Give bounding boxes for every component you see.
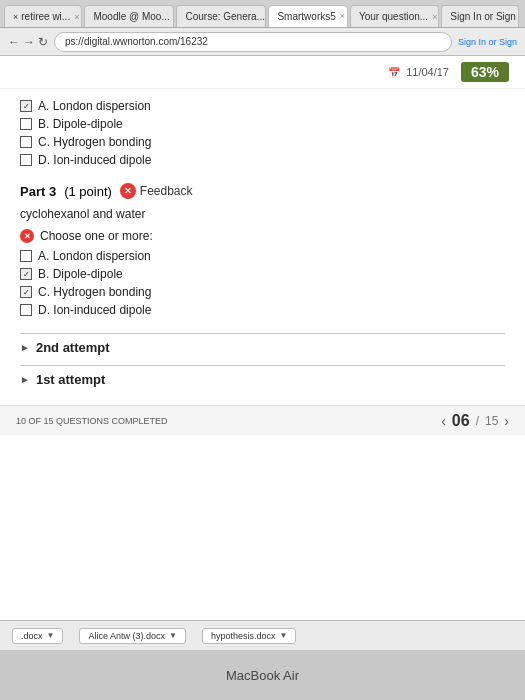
tab-label-retiree: retiree wi... bbox=[21, 11, 70, 22]
answer-item-a1: A. London dispersion bbox=[20, 99, 505, 113]
part3-answer-list: A. London dispersion B. Dipole-dipole C.… bbox=[20, 249, 505, 317]
page-total: 15 bbox=[485, 414, 498, 428]
next-page-button[interactable]: › bbox=[504, 413, 509, 429]
attempt-1st-arrow: ► bbox=[20, 374, 30, 385]
tab-label-smartworks: Smartworks5 bbox=[277, 11, 335, 22]
part3-title: Part 3 bbox=[20, 184, 56, 199]
part3-points: (1 point) bbox=[64, 184, 112, 199]
tab-label-question: Your question... bbox=[359, 11, 428, 22]
attempt-2nd[interactable]: ► 2nd attempt bbox=[20, 340, 505, 355]
feedback-x-icon: ✕ bbox=[120, 183, 136, 199]
checkbox-a2[interactable] bbox=[20, 118, 32, 130]
score-percent: 63% bbox=[461, 62, 509, 82]
answer-label-p3a: A. London dispersion bbox=[38, 249, 151, 263]
back-button[interactable]: ← bbox=[8, 35, 20, 49]
tab-label-signin: Sign In or Sign bbox=[450, 11, 516, 22]
prev-page-button[interactable]: ‹ bbox=[441, 413, 446, 429]
attempt-1st[interactable]: ► 1st attempt bbox=[20, 372, 505, 387]
answer-item-p3b: B. Dipole-dipole bbox=[20, 267, 505, 281]
questions-completed-text: 10 OF 15 QUESTIONS COMPLETED bbox=[16, 416, 168, 426]
tab-close-smartworks[interactable]: × bbox=[340, 11, 345, 21]
bottom-bar: 10 OF 15 QUESTIONS COMPLETED ‹ 06 / 15 › bbox=[0, 405, 525, 435]
answer-item-p3c: C. Hydrogen bonding bbox=[20, 285, 505, 299]
choose-instruction: ✕ Choose one or more: bbox=[20, 229, 505, 243]
answer-item-p3d: D. Ion-induced dipole bbox=[20, 303, 505, 317]
download-item-2[interactable]: Alice Antw (3).docx ▼ bbox=[79, 628, 185, 644]
checkbox-p3b[interactable] bbox=[20, 268, 32, 280]
forward-button[interactable]: → bbox=[23, 35, 35, 49]
divider-1 bbox=[20, 333, 505, 334]
attempt-1st-label: 1st attempt bbox=[36, 372, 105, 387]
tab-label-course: Course: Genera... bbox=[185, 11, 264, 22]
choose-x-icon: ✕ bbox=[20, 229, 34, 243]
answer-label-p3c: C. Hydrogen bonding bbox=[38, 285, 151, 299]
download-arrow-3: ▼ bbox=[279, 631, 287, 640]
content-area: A. London dispersion B. Dipole-dipole C.… bbox=[0, 89, 525, 405]
answer-item-a4: D. Ion-induced dipole bbox=[20, 153, 505, 167]
tab-close-retiree[interactable]: × bbox=[74, 12, 79, 22]
tab-moodle[interactable]: Moodle @ Moo... × bbox=[84, 5, 174, 27]
answer-item-a2: B. Dipole-dipole bbox=[20, 117, 505, 131]
answer-label-a4: D. Ion-induced dipole bbox=[38, 153, 151, 167]
answer-label-p3d: D. Ion-induced dipole bbox=[38, 303, 151, 317]
attempt-2nd-label: 2nd attempt bbox=[36, 340, 110, 355]
choose-label: Choose one or more: bbox=[40, 229, 153, 243]
tab-label-moodle: Moodle @ Moo... bbox=[93, 11, 169, 22]
tab-smartworks[interactable]: Smartworks5 × bbox=[268, 5, 348, 27]
checkbox-p3c[interactable] bbox=[20, 286, 32, 298]
checkbox-p3d[interactable] bbox=[20, 304, 32, 316]
browser-tabs: × retiree wi... × Moodle @ Moo... × Cour… bbox=[0, 0, 525, 28]
tab-question[interactable]: Your question... × bbox=[350, 5, 439, 27]
address-bar: ← → ↻ ps://digital.wwnorton.com/16232 Si… bbox=[0, 28, 525, 56]
answer-label-a2: B. Dipole-dipole bbox=[38, 117, 123, 131]
reload-button[interactable]: ↻ bbox=[38, 35, 48, 49]
tab-close-moodle[interactable]: × bbox=[174, 12, 175, 22]
answer-label-a1: A. London dispersion bbox=[38, 99, 151, 113]
macbook-footer: MacBook Air bbox=[0, 650, 525, 700]
checkbox-p3a[interactable] bbox=[20, 250, 32, 262]
answer-label-p3b: B. Dipole-dipole bbox=[38, 267, 123, 281]
page-separator: / bbox=[476, 414, 479, 428]
answer-label-a3: C. Hydrogen bonding bbox=[38, 135, 151, 149]
download-label-3: hypothesis.docx bbox=[211, 631, 276, 641]
date-text: 11/04/17 bbox=[406, 66, 449, 78]
score-date: 📅 11/04/17 bbox=[388, 66, 449, 78]
feedback-button[interactable]: ✕ Feedback bbox=[120, 183, 193, 199]
url-bar[interactable]: ps://digital.wwnorton.com/16232 bbox=[54, 32, 452, 52]
download-item-1[interactable]: .docx ▼ bbox=[12, 628, 63, 644]
pagination: ‹ 06 / 15 › bbox=[441, 412, 509, 430]
checkbox-a4[interactable] bbox=[20, 154, 32, 166]
download-arrow-1: ▼ bbox=[47, 631, 55, 640]
url-text: ps://digital.wwnorton.com/16232 bbox=[65, 36, 208, 47]
download-item-3[interactable]: hypothesis.docx ▼ bbox=[202, 628, 296, 644]
divider-2 bbox=[20, 365, 505, 366]
download-arrow-2: ▼ bbox=[169, 631, 177, 640]
question-text: cyclohexanol and water bbox=[20, 207, 505, 221]
nav-buttons: ← → ↻ bbox=[8, 35, 48, 49]
checkbox-a1[interactable] bbox=[20, 100, 32, 112]
tab-signin[interactable]: Sign In or Sign bbox=[441, 5, 519, 27]
download-bar: .docx ▼ Alice Antw (3).docx ▼ hypothesis… bbox=[0, 620, 525, 650]
download-label-1: .docx bbox=[21, 631, 43, 641]
feedback-label: Feedback bbox=[140, 184, 193, 198]
part3-header: Part 3 (1 point) ✕ Feedback bbox=[20, 183, 505, 199]
answer-item-a3: C. Hydrogen bonding bbox=[20, 135, 505, 149]
tab-retiree[interactable]: × retiree wi... × bbox=[4, 5, 82, 27]
tab-icon-retiree: × bbox=[13, 12, 18, 22]
browser-content: 📅 11/04/17 63% A. London dispersion B. D… bbox=[0, 56, 525, 620]
answer-item-p3a: A. London dispersion bbox=[20, 249, 505, 263]
calendar-icon: 📅 bbox=[388, 67, 400, 78]
tab-close-question[interactable]: × bbox=[432, 12, 437, 22]
part-a-answer-list: A. London dispersion B. Dipole-dipole C.… bbox=[20, 99, 505, 167]
download-label-2: Alice Antw (3).docx bbox=[88, 631, 165, 641]
sign-in-link[interactable]: Sign In or Sign bbox=[458, 37, 517, 47]
page-current: 06 bbox=[452, 412, 470, 430]
tab-course[interactable]: Course: Genera... × bbox=[176, 5, 266, 27]
macbook-label: MacBook Air bbox=[226, 668, 299, 683]
score-bar: 📅 11/04/17 63% bbox=[0, 56, 525, 89]
attempt-2nd-arrow: ► bbox=[20, 342, 30, 353]
checkbox-a3[interactable] bbox=[20, 136, 32, 148]
